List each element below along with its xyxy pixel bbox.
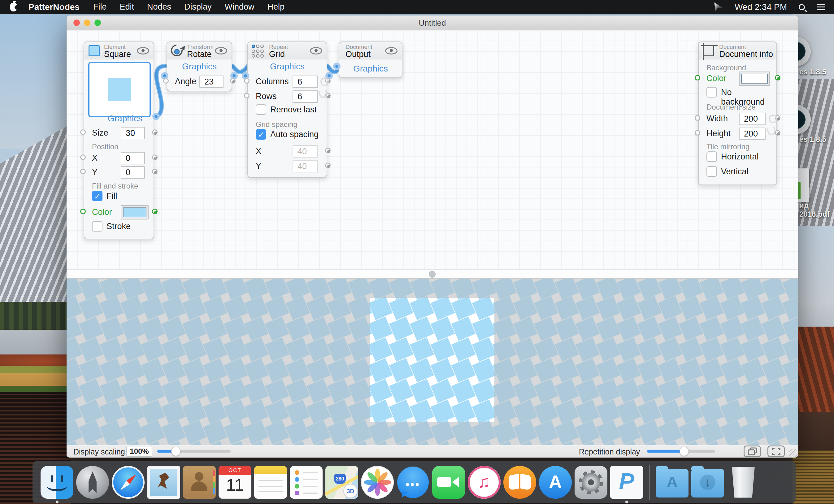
window-resize-grip[interactable] <box>789 449 797 457</box>
dock-item-notes[interactable] <box>254 466 287 499</box>
port-square-graphics-out[interactable] <box>152 113 160 120</box>
dock-item-safari[interactable] <box>112 466 145 499</box>
stroke-checkbox[interactable] <box>92 221 103 232</box>
port-square-size-out[interactable] <box>152 129 158 135</box>
menu-item-file[interactable]: File <box>93 2 107 12</box>
pattern-preview[interactable] <box>67 279 798 445</box>
dock-item-finder[interactable] <box>41 466 73 499</box>
canvas-preview-splitter[interactable] <box>67 269 798 279</box>
port-rotate-angle-out[interactable] <box>230 78 236 84</box>
menu-clock[interactable]: Wed 2:34 PM <box>734 2 787 12</box>
grid-y-input[interactable] <box>292 160 318 172</box>
port-square-x-in[interactable] <box>80 154 86 160</box>
spotlight-search-icon[interactable] <box>799 4 805 10</box>
node-document-info-header[interactable]: Document Document info <box>699 42 776 60</box>
display-scaling-slider[interactable] <box>157 450 231 453</box>
dock-item-photos[interactable] <box>361 466 394 499</box>
link-width-height-icon[interactable] <box>767 114 777 137</box>
node-output-header[interactable]: Document Output <box>339 42 402 60</box>
horizontal-checkbox[interactable] <box>706 151 717 162</box>
desktop-icon-pdf-label-2[interactable]: 2016.pdf <box>799 210 829 219</box>
title-bar[interactable]: Untitled <box>67 16 798 30</box>
port-square-color-in[interactable] <box>80 209 86 214</box>
port-docinfo-color-in[interactable] <box>695 75 700 81</box>
dock-item-launchpad[interactable] <box>76 466 109 499</box>
port-docinfo-width-in[interactable] <box>695 115 700 121</box>
desktop-icon-pdf-label-1[interactable]: ид <box>799 201 809 210</box>
repetition-display-slider[interactable] <box>647 450 715 453</box>
dock-item-downloads-folder[interactable]: ↓ <box>691 466 724 499</box>
desktop-icon-dmg-2-label[interactable]: es 1.8.5 <box>799 135 826 144</box>
apple-menu-icon[interactable] <box>10 3 17 12</box>
visibility-eye-icon[interactable] <box>310 47 322 54</box>
node-rotate-header[interactable]: Transform Rotate <box>167 42 232 60</box>
dock-item-messages[interactable]: ••• <box>397 466 430 499</box>
node-grid[interactable]: Repeat Grid Graphics Columns Rows Remove… <box>247 42 327 178</box>
background-color-well[interactable] <box>739 71 770 86</box>
port-rotate-angle-in[interactable] <box>163 78 169 84</box>
tile-view-button[interactable] <box>744 445 761 457</box>
angle-input[interactable] <box>199 75 223 88</box>
dock-item-trash[interactable] <box>727 466 760 499</box>
visibility-eye-icon[interactable] <box>215 47 227 54</box>
node-grid-header[interactable]: Repeat Grid <box>248 42 327 60</box>
fill-color-well[interactable] <box>121 205 149 219</box>
port-output-graphics-in[interactable] <box>333 63 341 70</box>
size-input[interactable] <box>121 127 145 139</box>
port-docinfo-height-in[interactable] <box>695 130 700 136</box>
port-square-color-out[interactable] <box>152 209 158 214</box>
node-square-header[interactable]: Element Square <box>84 42 154 60</box>
width-input[interactable] <box>739 113 766 125</box>
desktop-icon-dmg-1-label[interactable]: es 1.8.5 <box>799 67 826 76</box>
fill-checkbox[interactable] <box>92 191 103 201</box>
status-menu-extra-icon[interactable] <box>714 2 723 12</box>
display-scaling-slider-thumb[interactable] <box>171 447 180 456</box>
menu-item-edit[interactable]: Edit <box>119 2 134 12</box>
remove-last-checkbox[interactable] <box>256 104 266 115</box>
dock-item-ibooks[interactable] <box>503 466 536 499</box>
dock-item-patternodes[interactable]: P <box>610 466 643 499</box>
grid-x-input[interactable] <box>292 145 318 158</box>
dock-item-maps[interactable]: 280 3D <box>325 466 358 499</box>
dock-item-itunes[interactable]: ♫ <box>468 466 501 499</box>
port-grid-columns-in[interactable] <box>244 78 249 84</box>
port-square-y-out[interactable] <box>152 169 158 174</box>
menu-app-name[interactable]: PatterNodes <box>28 2 80 12</box>
visibility-eye-icon[interactable] <box>137 47 149 54</box>
link-columns-rows-icon[interactable] <box>319 77 329 100</box>
dock-item-calendar[interactable]: OCT 11 <box>219 466 251 499</box>
node-rotate[interactable]: Transform Rotate Graphics Angle <box>167 42 232 91</box>
splitter-handle[interactable] <box>429 271 436 278</box>
height-input[interactable] <box>739 128 766 140</box>
notification-center-icon[interactable] <box>817 4 825 10</box>
menu-item-window[interactable]: Window <box>225 2 255 12</box>
node-canvas[interactable]: Element Square Graphics Size Position X … <box>67 30 798 269</box>
port-square-x-out[interactable] <box>152 154 158 160</box>
dock-item-system-preferences[interactable] <box>575 466 607 499</box>
visibility-eye-icon[interactable] <box>385 47 397 54</box>
dock-item-reminders[interactable] <box>290 466 323 499</box>
port-docinfo-color-out[interactable] <box>775 75 781 81</box>
port-square-y-in[interactable] <box>80 169 86 174</box>
port-grid-rows-in[interactable] <box>244 93 249 98</box>
x-input[interactable] <box>121 152 145 165</box>
dock-item-app-store[interactable]: A <box>539 466 572 499</box>
fullscreen-preview-button[interactable] <box>767 445 785 457</box>
no-background-checkbox[interactable] <box>706 87 717 97</box>
node-document-info[interactable]: Document Document info Background Color … <box>698 42 777 185</box>
dock-item-contacts[interactable] <box>183 466 216 499</box>
repetition-display-slider-thumb[interactable] <box>680 447 689 456</box>
dock-item-facetime[interactable] <box>432 466 465 499</box>
vertical-checkbox[interactable] <box>706 166 717 177</box>
columns-input[interactable] <box>292 75 318 88</box>
node-square[interactable]: Element Square Graphics Size Position X … <box>84 42 154 239</box>
port-grid-x-out[interactable] <box>325 148 331 153</box>
dock-item-applications-folder[interactable]: A <box>656 466 688 499</box>
port-square-size-in[interactable] <box>80 129 86 135</box>
rows-input[interactable] <box>292 90 318 103</box>
auto-spacing-checkbox[interactable] <box>256 129 266 139</box>
menu-item-help[interactable]: Help <box>267 2 285 12</box>
dock-item-mail[interactable] <box>147 466 180 499</box>
display-scaling-value[interactable]: 100% <box>126 446 152 457</box>
node-output[interactable]: Document Output Graphics <box>339 42 402 78</box>
